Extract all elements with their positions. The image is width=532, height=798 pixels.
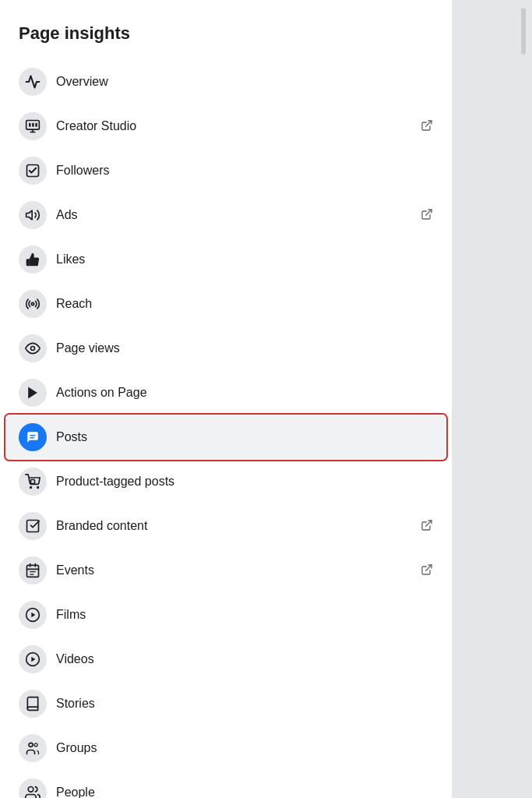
people-label: People [56,786,433,798]
svg-point-32 [34,743,37,747]
sidebar-item-ads[interactable]: Ads [6,193,446,237]
branded-content-label: Branded content [56,519,421,533]
sidebar-item-likes[interactable]: Likes [6,238,446,281]
creator-studio-icon [19,112,47,140]
sidebar-item-videos[interactable]: Videos [6,637,446,681]
videos-icon [19,645,47,673]
scrollbar-area [452,0,532,798]
actions-on-page-label: Actions on Page [56,386,433,400]
svg-rect-18 [27,521,39,532]
reach-label: Reach [56,297,433,311]
reach-icon [19,290,47,318]
page-views-label: Page views [56,341,433,355]
followers-label: Followers [56,164,433,178]
page-title: Page insights [0,16,452,59]
sidebar: Page insights Overview Creator Studio [0,0,452,798]
scrollbar-track[interactable] [521,8,526,55]
svg-line-9 [426,210,432,215]
svg-point-15 [30,487,32,489]
page-views-icon [19,334,47,362]
likes-icon [19,245,47,274]
events-external-icon [421,563,433,578]
films-label: Films [56,608,433,622]
branded-content-external-icon [421,519,433,534]
svg-point-16 [37,487,39,489]
groups-label: Groups [56,741,433,755]
sidebar-item-posts[interactable]: Posts [6,415,446,459]
svg-rect-3 [29,123,31,127]
events-icon [19,556,47,584]
overview-label: Overview [56,75,433,89]
creator-studio-label: Creator Studio [56,119,421,133]
ads-label: Ads [56,208,421,222]
sidebar-item-overview[interactable]: Overview [6,60,446,104]
sidebar-item-page-views[interactable]: Page views [6,327,446,370]
sidebar-item-product-tagged-posts[interactable]: Product-tagged posts [6,460,446,503]
followers-icon [19,157,47,185]
svg-marker-12 [28,387,37,399]
svg-point-31 [29,743,33,747]
stories-label: Stories [56,697,433,711]
product-tagged-posts-label: Product-tagged posts [56,475,433,489]
sidebar-item-events[interactable]: Events [6,549,446,592]
sidebar-item-reach[interactable]: Reach [6,282,446,326]
people-icon [19,779,47,798]
likes-label: Likes [56,252,433,267]
svg-rect-4 [32,123,34,127]
posts-label: Posts [56,430,433,444]
svg-marker-28 [31,613,35,618]
posts-icon [19,423,47,451]
sidebar-item-people[interactable]: People [6,771,446,798]
sidebar-item-stories[interactable]: Stories [6,682,446,726]
svg-point-11 [31,347,35,351]
external-link-icon [421,119,433,134]
svg-point-33 [28,787,33,793]
ads-icon [19,201,47,229]
sidebar-item-films[interactable]: Films [6,593,446,637]
sidebar-item-actions-on-page[interactable]: Actions on Page [6,371,446,415]
stories-icon [19,690,47,718]
svg-marker-8 [26,210,33,220]
svg-marker-30 [31,657,35,662]
videos-label: Videos [56,652,433,666]
overview-icon [19,68,47,96]
sidebar-item-groups[interactable]: Groups [6,726,446,770]
branded-content-icon [19,512,47,540]
ads-external-icon [421,208,433,223]
sidebar-item-creator-studio[interactable]: Creator Studio [6,104,446,148]
sidebar-item-branded-content[interactable]: Branded content [6,504,446,548]
svg-rect-5 [35,123,37,127]
svg-point-10 [31,302,33,305]
films-icon [19,601,47,629]
svg-line-6 [426,121,432,126]
svg-line-19 [426,521,432,526]
groups-icon [19,734,47,762]
actions-on-page-icon [19,379,47,407]
svg-rect-17 [31,480,35,484]
svg-line-26 [426,565,432,570]
svg-rect-20 [27,565,39,577]
events-label: Events [56,563,421,577]
product-tagged-posts-icon [19,468,47,496]
sidebar-item-followers[interactable]: Followers [6,149,446,192]
